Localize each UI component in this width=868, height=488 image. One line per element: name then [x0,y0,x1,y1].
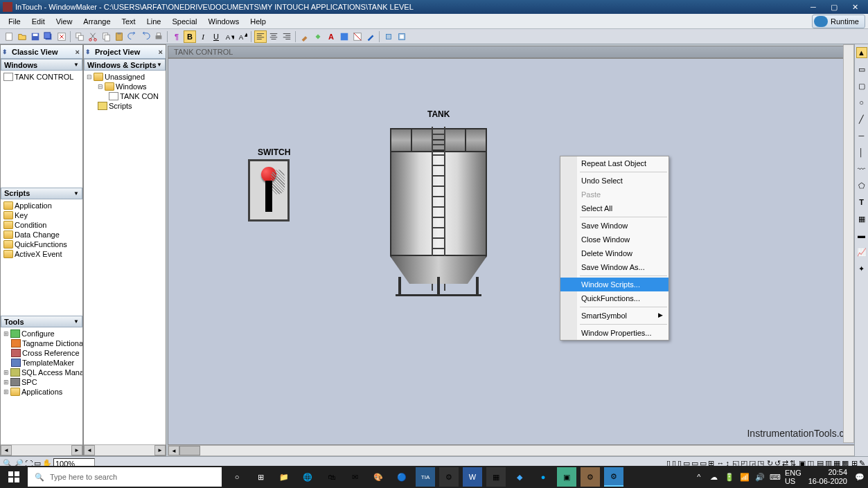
close-window-button[interactable] [55,30,68,43]
tray-up-icon[interactable]: ^ [693,471,705,482]
canvas-scrollbar-horizontal[interactable]: ◄► [168,445,867,456]
close-panel-button[interactable]: × [159,48,163,56]
line-tool[interactable]: ╱ [856,114,867,125]
chrome-icon[interactable]: 🔵 [392,467,411,487]
polygon-tool[interactable]: ⬠ [856,180,867,191]
menu-special[interactable]: Special [166,16,202,27]
windows-scripts-header[interactable]: Windows & Scripts ▼ [84,59,166,71]
volume-icon[interactable]: 🔊 [754,471,765,482]
scripts-section-header[interactable]: Scripts ▼ [1,188,82,199]
menu-window-scripts[interactable]: Window Scripts... [560,278,668,291]
tree-item-windows[interactable]: ⊟Windows [84,82,166,91]
rounded-rect-tool[interactable]: ▢ [856,80,867,91]
align-right-button[interactable] [281,30,293,43]
menu-quickfunctions[interactable]: QuickFunctions... [560,291,668,305]
tree-item-spc[interactable]: ⊞SPC [1,377,82,387]
explorer-icon[interactable]: 📁 [274,467,294,487]
minimize-button[interactable]: ─ [803,1,824,13]
underline-button[interactable]: U [210,30,222,43]
bitmap-tool[interactable]: ▦ [856,213,867,224]
menu-text[interactable]: Text [116,16,141,27]
tree-item-template[interactable]: TemplateMaker [1,358,82,368]
align-center-button[interactable] [267,30,280,43]
ellipse-tool[interactable]: ○ [856,97,867,108]
intouch-icon[interactable]: ⚙ [604,467,623,487]
hline-tool[interactable]: ─ [856,130,867,141]
canvas-title-bar[interactable]: TANK CONTROL [168,46,867,58]
tree-item-quickfunctions[interactable]: QuickFunctions [1,240,82,249]
polyline-tool[interactable]: 〰 [856,163,867,174]
text-color-button[interactable]: A [325,30,337,43]
menu-close-window[interactable]: Close Window [560,233,668,246]
menu-window-properties[interactable]: Window Properties... [560,326,668,340]
copy-button[interactable] [100,30,112,43]
tree-item-tagname[interactable]: Tagname Dictiona [1,338,82,348]
tree-item-key[interactable]: Key [1,210,82,220]
runtime-button[interactable]: Runtime [812,15,865,28]
menu-view[interactable]: View [51,16,78,27]
battery-icon[interactable]: 🔋 [724,471,735,482]
menu-repeat-last[interactable]: Repeat Last Object [560,156,668,170]
app-icon[interactable]: ▦ [486,467,506,487]
classic-view-header[interactable]: ⬍ Classic View × [1,45,82,59]
tree-item-activex[interactable]: ActiveX Event [1,249,82,259]
tree-item-tank-control[interactable]: TANK CONTROL [1,72,82,82]
tree-item-applications[interactable]: ⊞Applications [1,387,82,397]
language-indicator[interactable]: ENG US [785,469,801,485]
tree-item-scripts[interactable]: Scripts [84,101,166,111]
search-box[interactable]: 🔍 Type here to search [28,467,222,487]
close-button[interactable]: ✕ [844,1,865,13]
cut-button[interactable] [87,30,99,43]
tree-item-configure[interactable]: ⊞Configure [1,329,82,338]
app-icon[interactable]: ⚙ [581,467,600,487]
mail-icon[interactable]: ✉ [345,467,364,487]
tree-item-condition[interactable]: Condition [1,220,82,230]
teamviewer-icon[interactable]: ● [533,467,553,487]
tia-icon[interactable]: TIA [416,467,435,487]
save-button[interactable] [29,30,42,43]
scrollbar-horizontal[interactable]: ◄► [84,444,166,455]
italic-button[interactable]: I [197,30,209,43]
paint-icon[interactable]: 🎨 [369,467,388,487]
tools-section-header[interactable]: Tools ▼ [1,316,82,327]
project-view-header[interactable]: ⬍ Project View × [84,45,166,59]
menu-edit[interactable]: Edit [26,16,51,27]
para-button[interactable]: ¶ [170,30,183,43]
tree-item-unassigned[interactable]: ⊟Unassigned [84,72,166,82]
edge-icon[interactable]: 🌐 [298,467,317,487]
close-panel-button[interactable]: × [76,48,80,56]
pen-button[interactable] [364,30,377,43]
cortana-icon[interactable]: ○ [227,467,247,487]
menu-delete-window[interactable]: Delete Window [560,246,668,260]
tree-item-sql[interactable]: ⊞SQL Access Manag [1,368,82,377]
tree-item-application[interactable]: Application [1,201,82,210]
canvas-scrollbar-vertical[interactable] [843,44,854,443]
wizard2-button[interactable] [396,30,408,43]
task-view-icon[interactable]: ⊞ [251,467,270,487]
menu-select-all[interactable]: Select All [560,201,668,215]
window-color-button[interactable] [338,30,351,43]
menu-undo-select[interactable]: Undo Select [560,174,668,188]
menu-windows[interactable]: Windows [203,16,245,27]
app-icon[interactable]: ⚙ [439,467,459,487]
menu-file[interactable]: File [3,16,26,27]
clock[interactable]: 20:54 16-06-2020 [806,468,850,486]
trend-tool[interactable]: 📈 [856,246,867,257]
tree-item-data-change[interactable]: Data Change [1,230,82,240]
wizard1-button[interactable] [382,30,395,43]
redo-button[interactable] [139,30,152,43]
undo-button[interactable] [126,30,139,43]
keyboard-icon[interactable]: ⌨ [770,471,781,482]
bold-button[interactable]: B [184,30,196,43]
align-left-button[interactable] [254,30,267,43]
app-icon[interactable]: ▣ [557,467,576,487]
tree-item-cross-ref[interactable]: Cross Reference [1,348,82,358]
tank-object[interactable] [390,128,487,298]
open-button[interactable] [16,30,28,43]
transparent-button[interactable] [351,30,364,43]
tree-item-tank-con[interactable]: TANK CON [84,91,166,101]
rect-tool[interactable]: ▭ [856,64,867,75]
menu-arrange[interactable]: Arrange [78,16,116,27]
save-all-button[interactable] [42,30,55,43]
fill-button[interactable] [312,30,324,43]
